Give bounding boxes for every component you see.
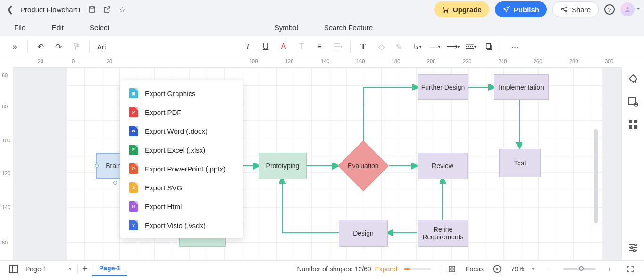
export-menu-item[interactable]: ▣Export Graphics: [120, 84, 243, 103]
fullscreen-icon[interactable]: [623, 262, 637, 276]
connector-style-icon[interactable]: ↳▾: [409, 39, 425, 55]
fill-tool-icon[interactable]: [627, 73, 639, 85]
node-test[interactable]: Test: [499, 149, 541, 177]
export-menu-item[interactable]: WExport Word (.docx): [120, 122, 243, 140]
node-refine[interactable]: Refine Requirements: [418, 220, 468, 247]
handle-icon[interactable]: [113, 181, 117, 185]
upgrade-button[interactable]: Upgrade: [434, 1, 489, 17]
export-menu-item[interactable]: SExport SVG: [120, 178, 243, 197]
line-weight-icon[interactable]: ▾: [463, 39, 479, 55]
underline-icon[interactable]: U: [258, 39, 274, 55]
focus-label[interactable]: Focus: [466, 265, 484, 273]
svg-rect-16: [634, 125, 637, 129]
play-icon[interactable]: [490, 262, 504, 276]
star-icon[interactable]: ☆: [118, 5, 126, 14]
svg-rect-15: [629, 125, 632, 129]
right-tool-panel: [621, 68, 644, 260]
file-type-icon: V: [129, 220, 138, 230]
arrow-style-icon[interactable]: ⟶▾: [445, 39, 461, 55]
menu-edit[interactable]: Edit: [51, 24, 64, 32]
share-label: Share: [572, 6, 591, 14]
add-page-button[interactable]: +: [78, 262, 92, 276]
text-tool-icon[interactable]: T: [355, 39, 371, 55]
file-type-icon: H: [129, 201, 138, 212]
expand-toolbar-icon[interactable]: »: [7, 39, 23, 55]
node-implementation[interactable]: Implementation: [494, 74, 549, 100]
file-type-icon: ▣: [129, 88, 138, 98]
text-effect-icon[interactable]: T: [293, 39, 309, 55]
focus-icon[interactable]: [445, 262, 459, 276]
font-color-icon[interactable]: A: [276, 39, 292, 55]
avatar[interactable]: [620, 2, 635, 16]
export-menu-label: Export PDF: [145, 108, 182, 116]
font-name-field[interactable]: Ari: [94, 43, 123, 51]
format-toolbar: » ↶ ↷ Ari I U A T ≡ ☰▾ T ◇ ✎ ↳▾ —▾ ⟶▾ ▾ …: [0, 36, 644, 57]
export-menu-label: Export Visio (.vsdx): [145, 221, 206, 229]
align-icon[interactable]: ≡: [311, 39, 327, 55]
expand-link[interactable]: Expand: [375, 265, 397, 273]
publish-button[interactable]: Publish: [495, 1, 547, 17]
export-menu-item[interactable]: VExport Visio (.vsdx): [120, 216, 243, 235]
menu-bar: File Edit Select Symbol Search Feature: [0, 19, 644, 36]
export-menu-label: Export PowerPoint (.pptx): [145, 165, 226, 173]
document-title: Product Flowchart1: [20, 6, 81, 14]
svg-point-34: [451, 268, 453, 270]
menu-search[interactable]: Search Feature: [324, 24, 373, 32]
back-button[interactable]: ❮: [7, 4, 14, 15]
export-menu-item[interactable]: EExport Excel (.xlsx): [120, 140, 243, 159]
menu-select[interactable]: Select: [90, 24, 109, 32]
node-review[interactable]: Review: [418, 153, 468, 179]
export-menu-item[interactable]: PExport PDF: [120, 103, 243, 122]
export-menu-item[interactable]: HExport Html: [120, 197, 243, 216]
node-design[interactable]: Design: [339, 220, 388, 247]
node-further-design[interactable]: Further Design: [418, 74, 468, 100]
save-icon[interactable]: [88, 5, 96, 14]
export-menu-label: Export Excel (.xlsx): [145, 146, 205, 154]
svg-rect-31: [9, 266, 18, 272]
svg-rect-13: [629, 120, 632, 123]
zoom-value[interactable]: 79%: [511, 265, 524, 273]
svg-rect-14: [634, 120, 637, 123]
line-spacing-icon[interactable]: ☰▾: [329, 39, 345, 55]
menu-file[interactable]: File: [14, 24, 25, 32]
qr-grid-icon[interactable]: [627, 119, 639, 130]
svg-point-1: [444, 11, 445, 12]
tab-page-1[interactable]: Page-1: [92, 261, 127, 276]
node-prototyping[interactable]: Prototyping: [259, 153, 307, 179]
shape-count: Number of shapes: 12/60 Expand: [297, 265, 397, 273]
menu-symbol[interactable]: Symbol: [275, 24, 298, 32]
export-menu-label: Export Html: [145, 203, 182, 211]
upgrade-label: Upgrade: [453, 6, 482, 14]
page-selector[interactable]: Page-1▼: [21, 264, 77, 274]
svg-rect-33: [449, 266, 455, 272]
italic-icon[interactable]: I: [240, 39, 256, 55]
zoom-in-icon[interactable]: +: [602, 262, 617, 276]
line-color-icon[interactable]: ✎: [391, 39, 407, 55]
external-link-icon[interactable]: [103, 5, 111, 14]
page-list-icon[interactable]: [7, 262, 21, 276]
export-dropdown: ▣Export GraphicsPExport PDFWExport Word …: [120, 80, 243, 238]
shape-progress: [404, 268, 431, 270]
redo-icon[interactable]: ↷: [50, 39, 67, 55]
help-icon[interactable]: ?: [604, 4, 615, 15]
more-icon[interactable]: ⋯: [507, 39, 523, 55]
zoom-out-icon[interactable]: −: [542, 262, 556, 276]
export-menu-label: Export Graphics: [145, 90, 196, 98]
fill-icon[interactable]: ◇: [373, 39, 389, 55]
export-menu-label: Export Word (.docx): [145, 127, 208, 135]
share-button[interactable]: Share: [552, 1, 599, 17]
export-menu-item[interactable]: PExport PowerPoint (.pptx): [120, 159, 243, 178]
vertical-scrollbar[interactable]: [594, 129, 598, 223]
svg-point-2: [447, 11, 448, 12]
ruler-vertical: 608010012014060: [0, 68, 13, 260]
svg-point-6: [626, 7, 628, 9]
format-painter-icon[interactable]: [68, 39, 84, 55]
zoom-slider[interactable]: [563, 268, 596, 270]
shape-settings-icon[interactable]: [627, 96, 639, 107]
layer-icon[interactable]: [481, 39, 497, 55]
undo-icon[interactable]: ↶: [33, 39, 49, 55]
handle-icon[interactable]: [95, 164, 99, 168]
settings-list-icon[interactable]: [627, 242, 639, 253]
line-style-icon[interactable]: —▾: [427, 39, 443, 55]
canvas[interactable]: Brains Prototyping Evaluation Review Fur…: [13, 68, 621, 260]
